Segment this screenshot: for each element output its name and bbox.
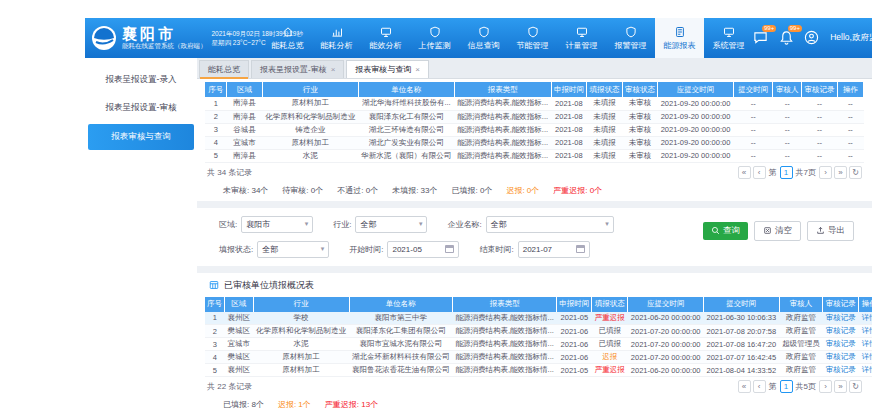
table-cell: 审核记录: [823, 338, 859, 351]
prev-page-button[interactable]: ‹: [753, 380, 766, 393]
table-cell: --: [837, 97, 863, 110]
table-link[interactable]: 审核记录: [826, 352, 856, 361]
export-button[interactable]: 导出: [807, 221, 854, 241]
datetime: 2021年09月02日 18时39分19秒: [212, 29, 303, 38]
record-count: 共 22 条记录: [207, 381, 252, 392]
table-cell: 严重迟报: [592, 312, 628, 325]
next-page-button[interactable]: ›: [819, 380, 832, 393]
table-link[interactable]: 审核记录: [826, 365, 856, 374]
search-button[interactable]: 查询: [703, 222, 748, 240]
table-link[interactable]: 详情: [862, 352, 872, 361]
table-cell: 南漳县: [227, 110, 262, 123]
end-date-input[interactable]: 2021-07: [518, 241, 590, 258]
table-cell: 未审核: [622, 149, 658, 162]
clear-button[interactable]: 清空: [754, 221, 801, 241]
column-header: 审核状态: [622, 82, 658, 97]
tab-report-audit-query[interactable]: 报表审核与查询 ×: [346, 60, 429, 78]
table-cell: 襄阳市宜城水泥有限公司: [349, 338, 453, 351]
start-date-input[interactable]: 2021-05: [387, 241, 459, 258]
nav-system[interactable]: 系统管理: [704, 18, 753, 58]
nav-metering[interactable]: 计量管理: [557, 18, 606, 58]
table-link[interactable]: 审核记录: [826, 326, 856, 335]
table-cell: 襄阳泽东化工有限公司: [358, 110, 454, 123]
nav-efficiency-analysis[interactable]: 能效分析: [361, 18, 410, 58]
company-select[interactable]: 全部 ▾: [486, 216, 614, 233]
tab-energy-overview[interactable]: 能耗总览: [199, 60, 249, 78]
monitor-icon: [723, 26, 735, 38]
close-icon[interactable]: ×: [415, 65, 420, 74]
column-header: 单位名称: [358, 82, 454, 97]
table-row: 1襄州区学校襄阳市第三中学能源消费结构表,能效指标情...2021-05严重迟报…: [205, 312, 872, 325]
nav-upload-monitor[interactable]: 上传监测: [410, 18, 459, 58]
table-cell: 未审核: [622, 136, 658, 149]
table-cell: --: [773, 110, 802, 123]
table-row: 1南漳县原材料加工湖北华海纤维科技股份有...能源消费结构表,能效指标...20…: [205, 97, 864, 110]
shield-icon: [478, 26, 490, 38]
next-page-button[interactable]: ›: [819, 166, 832, 179]
refresh-icon[interactable]: ↻: [849, 380, 862, 393]
tab-report-setting-audit[interactable]: 报表呈报设置-审核 ×: [251, 60, 344, 78]
filter-region: 区域: 襄阳市 ▾: [219, 216, 313, 233]
nav-info-query[interactable]: 信息查询: [459, 18, 508, 58]
stat-item: 已填报: 8个: [223, 399, 264, 410]
column-header: 提交时间: [733, 82, 773, 97]
bell-icon[interactable]: 99+: [779, 30, 795, 46]
column-header: 审核记录: [823, 297, 859, 312]
refresh-icon[interactable]: ↻: [849, 166, 862, 179]
table-cell: 南漳县: [227, 149, 262, 162]
last-page-button[interactable]: »: [834, 380, 847, 393]
close-icon[interactable]: ×: [331, 65, 336, 74]
table-cell: 化学原料和化学制品制造业: [262, 110, 358, 123]
table-link[interactable]: 详情: [862, 313, 872, 322]
table-cell: 5: [205, 149, 227, 162]
table-cell: 已填报: [592, 325, 628, 338]
fill-status-select[interactable]: 全部 ▾: [257, 241, 329, 258]
table-cell: --: [773, 97, 802, 110]
sidebar-item-report-audit-query[interactable]: 报表审核与查询: [88, 124, 194, 150]
sidebar-item-report-setting-audit[interactable]: 报表呈报设置-审核: [85, 94, 197, 122]
table-cell: 湖北华海纤维科技股份有...: [358, 97, 454, 110]
table-cell: 水泥: [262, 149, 358, 162]
table-cell: 能源消费结构表,能效指标情...: [453, 312, 557, 325]
main-nav: 能耗总览 能耗分析 能效分析 上传监测 信息查询 节能管理: [263, 18, 753, 58]
table-cell: 襄阳鲁花浓香花生油有限公司: [349, 364, 453, 377]
table-link[interactable]: 详情: [862, 365, 872, 374]
nav-alarm[interactable]: 报警管理: [606, 18, 655, 58]
table-link[interactable]: 详情: [862, 339, 872, 348]
table-cell: --: [802, 110, 838, 123]
prev-page-button[interactable]: ‹: [753, 166, 766, 179]
current-page[interactable]: 1: [780, 380, 793, 393]
first-page-button[interactable]: «: [738, 380, 751, 393]
bar-chart-icon: [331, 26, 343, 38]
user-menu[interactable]: Hello,政府监管 ▾: [830, 32, 872, 44]
stat-item: 不通过: 0个: [337, 185, 378, 196]
nav-energy-saving[interactable]: 节能管理: [508, 18, 557, 58]
avatar[interactable]: [804, 30, 820, 46]
table-link[interactable]: 审核记录: [826, 313, 856, 322]
table-cell: 能源消费结构表,能效指标...: [454, 149, 551, 162]
table-link[interactable]: 审核记录: [826, 339, 856, 348]
chevron-down-icon: ▾: [321, 245, 325, 253]
table-cell: 化学原料和化学制品制造业: [253, 325, 349, 338]
monitor-icon: [380, 26, 392, 38]
industry-select[interactable]: 全部 ▾: [355, 216, 427, 233]
report-icon: [674, 26, 686, 38]
current-page[interactable]: 1: [780, 166, 793, 179]
sidebar-item-report-setting-entry[interactable]: 报表呈报设置-录入: [85, 66, 197, 94]
nav-energy-report[interactable]: 能源报表: [655, 18, 704, 58]
table-cell: --: [733, 136, 773, 149]
nav-energy-analysis[interactable]: 能耗分析: [312, 18, 361, 58]
table-cell: 水泥: [253, 338, 349, 351]
first-page-button[interactable]: «: [738, 166, 751, 179]
table-cell: 铸造企业: [262, 123, 358, 136]
table-cell: 2021-06-30 10:06:33: [704, 312, 780, 325]
column-header: 申报时间: [551, 82, 587, 97]
message-icon[interactable]: 99+: [753, 30, 769, 46]
audited-section-title: 已审核单位填报概况表: [205, 273, 864, 297]
top-header: 襄阳市 能耗在线监管系统（政府端） 2021年09月02日 18时39分19秒 …: [85, 18, 872, 58]
table-link[interactable]: 详情: [862, 326, 872, 335]
last-page-button[interactable]: »: [834, 166, 847, 179]
filter-start-time: 开始时间: 2021-05: [349, 241, 459, 258]
region-select[interactable]: 襄阳市 ▾: [241, 216, 313, 233]
table-cell: 未填报: [587, 136, 623, 149]
